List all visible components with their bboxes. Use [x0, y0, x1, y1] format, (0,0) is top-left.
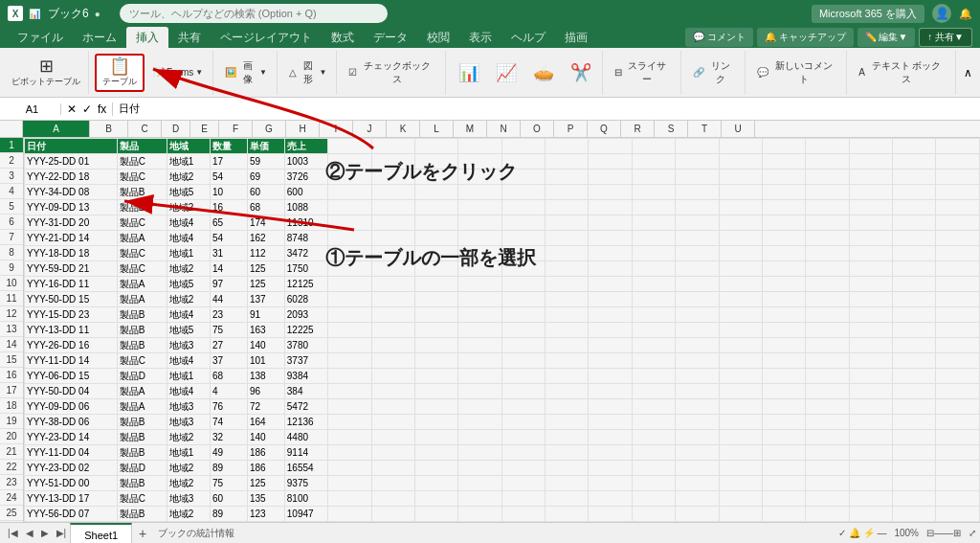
cell-9-14[interactable] [632, 261, 675, 277]
cell-20-3[interactable]: 地域2 [167, 430, 210, 445]
cell-6-11[interactable] [501, 215, 545, 231]
cell-7-16[interactable] [719, 231, 762, 246]
cell-2-12[interactable] [546, 154, 589, 170]
cell-22-5[interactable]: 186 [247, 461, 284, 476]
cell-16-18[interactable] [806, 369, 849, 384]
cell-18-11[interactable] [501, 399, 545, 415]
cell-18-4[interactable]: 76 [211, 399, 248, 415]
cell-21-19[interactable] [849, 445, 892, 461]
cell-17-13[interactable] [589, 384, 632, 399]
cell-14-8[interactable] [371, 338, 414, 353]
cell-10-4[interactable]: 97 [211, 277, 248, 292]
cell-2-2[interactable]: 製品C [117, 154, 167, 170]
cell-9-16[interactable] [719, 261, 762, 277]
cell-18-20[interactable] [893, 399, 936, 415]
cell-22-13[interactable] [589, 461, 632, 476]
cell-21-6[interactable]: 9114 [284, 445, 327, 461]
cell-20-21[interactable] [936, 430, 980, 445]
cell-7-7[interactable] [328, 231, 371, 246]
cell-2-6[interactable]: 1003 [284, 154, 327, 170]
cell-13-20[interactable] [893, 323, 936, 338]
cell-15-14[interactable] [632, 353, 675, 369]
cell-14-18[interactable] [806, 338, 849, 353]
cell-10-1[interactable]: YYY-16-DD 11 [25, 277, 118, 292]
cell-18-15[interactable] [676, 399, 719, 415]
cell-23-13[interactable] [589, 476, 632, 491]
cell-header-単価[interactable]: 単価 [247, 139, 284, 154]
cell-11-21[interactable] [936, 292, 980, 307]
cell-26-20[interactable] [893, 522, 936, 523]
cell-15-7[interactable] [328, 353, 371, 369]
slicer-button[interactable]: ⊟ スライサー [609, 62, 678, 83]
cell-19-5[interactable]: 164 [247, 415, 284, 430]
cell-21-13[interactable] [589, 445, 632, 461]
cell-7-13[interactable] [589, 231, 632, 246]
cell-13-9[interactable] [414, 323, 457, 338]
cell-20-9[interactable] [414, 430, 457, 445]
cell-5-19[interactable] [849, 200, 892, 215]
cell-21-2[interactable]: 製品B [117, 445, 167, 461]
cell-3-19[interactable] [849, 170, 892, 185]
ribbon-collapse-button[interactable]: ∧ [960, 64, 976, 81]
cell-15-20[interactable] [893, 353, 936, 369]
cell-6-18[interactable] [806, 215, 849, 231]
cell-5-3[interactable]: 地域2 [167, 200, 210, 215]
cell-4-13[interactable] [589, 185, 632, 200]
cell-22-12[interactable] [546, 461, 589, 476]
cell-3-4[interactable]: 54 [211, 170, 248, 185]
cell-11-3[interactable]: 地域2 [167, 292, 210, 307]
cell-9-10[interactable] [458, 261, 501, 277]
cell-10-21[interactable] [936, 277, 980, 292]
cell-13-1[interactable]: YYY-13-DD 11 [25, 323, 118, 338]
cell-3-12[interactable] [546, 170, 589, 185]
cell-16-6[interactable]: 9384 [284, 369, 327, 384]
cell-26-6[interactable]: 10549 [284, 522, 327, 523]
cell-16-12[interactable] [546, 369, 589, 384]
cell-22-11[interactable] [501, 461, 545, 476]
col-header-k[interactable]: K [387, 121, 420, 137]
cell-12-18[interactable] [806, 307, 849, 323]
cell-9-1[interactable]: YYY-59-DD 21 [25, 261, 118, 277]
cell-14-14[interactable] [632, 338, 675, 353]
cell-12-20[interactable] [893, 307, 936, 323]
cell-20-15[interactable] [676, 430, 719, 445]
cell-10-15[interactable] [676, 277, 719, 292]
cell-3-21[interactable] [936, 170, 980, 185]
cell-23-17[interactable] [762, 476, 805, 491]
cell-26-18[interactable] [806, 522, 849, 523]
cell-26-3[interactable]: 地域2 [167, 522, 210, 523]
cell-23-5[interactable]: 125 [247, 476, 284, 491]
cell-12-2[interactable]: 製品B [117, 307, 167, 323]
cell-4-15[interactable] [676, 185, 719, 200]
buy-button[interactable]: Microsoft 365 を購入 [812, 5, 924, 23]
cell-21-16[interactable] [719, 445, 762, 461]
cell-6-14[interactable] [632, 215, 675, 231]
cell-22-17[interactable] [762, 461, 805, 476]
cell-1-8[interactable] [371, 139, 414, 154]
zoom-slider[interactable]: ⊟——⊞ [926, 528, 961, 538]
cell-9-12[interactable] [546, 261, 589, 277]
cell-10-19[interactable] [849, 277, 892, 292]
cell-10-8[interactable] [371, 277, 414, 292]
sheet-nav-last[interactable]: ▶| [53, 528, 71, 538]
cell-4-9[interactable] [414, 185, 457, 200]
cell-14-3[interactable]: 地域3 [167, 338, 210, 353]
cell-3-5[interactable]: 69 [247, 170, 284, 185]
cancel-formula-icon[interactable]: ✕ [65, 102, 78, 116]
col-header-j[interactable]: J [353, 121, 387, 137]
cell-13-6[interactable]: 12225 [284, 323, 327, 338]
cell-15-4[interactable]: 37 [211, 353, 248, 369]
cell-9-20[interactable] [893, 261, 936, 277]
cell-4-3[interactable]: 地域5 [167, 185, 210, 200]
cell-2-3[interactable]: 地域1 [167, 154, 210, 170]
cell-3-10[interactable] [458, 170, 501, 185]
cell-4-1[interactable]: YYY-34-DD 08 [25, 185, 118, 200]
cell-25-14[interactable] [632, 507, 675, 522]
cell-5-21[interactable] [936, 200, 980, 215]
col-header-g[interactable]: G [253, 121, 286, 137]
cell-8-14[interactable] [632, 246, 675, 261]
cell-4-19[interactable] [849, 185, 892, 200]
cell-9-4[interactable]: 14 [211, 261, 248, 277]
share-btn[interactable]: ↑ 共有▼ [919, 28, 972, 47]
cell-26-13[interactable] [589, 522, 632, 523]
